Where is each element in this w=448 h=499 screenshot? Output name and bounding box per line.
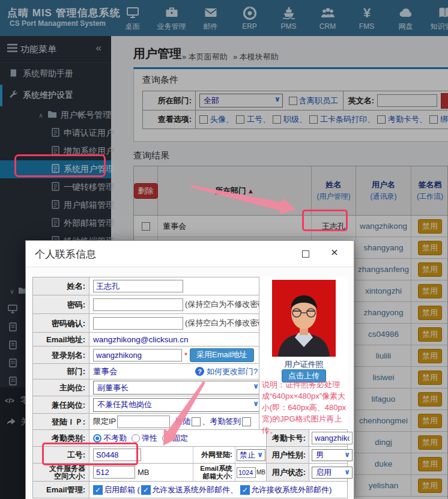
ip-login-label: 登陆 (175, 416, 190, 427)
chevron-down-icon: ∨ (344, 450, 350, 459)
photo-cell: 用户证件照 点击上传 说明：证件照务必处理成“640px×480px”像素大小(… (259, 277, 348, 430)
password-input[interactable] (93, 298, 183, 311)
main-post-label: 主岗位: (33, 380, 89, 396)
alias-input[interactable] (93, 349, 182, 361)
allow-recv-external-checkbox[interactable]: ✓ (240, 485, 250, 495)
help-question-icon[interactable]: ? (195, 367, 204, 376)
email-label: Email地址: (33, 333, 89, 346)
user-status-select[interactable]: 启用∨ (312, 467, 353, 479)
empno-input[interactable] (93, 449, 141, 461)
photo-note: 说明：证件照务必处理成“640px×480px”像素大小(即：640px高、48… (262, 379, 347, 436)
ip-attend-checkbox[interactable] (242, 417, 251, 426)
field-row-empno: 工号: 外网登陆: 禁止∨ 用户性别: 男∨ (32, 447, 348, 464)
attend-flex-label: 弹性 (142, 433, 157, 444)
ip-login-checkbox[interactable] (192, 417, 201, 426)
field-row-mail-mgmt: Email管理: ✓ 启用邮箱 ( ✓ 允许发送系统外部邮件、 ✓ 允许接收系统… (32, 482, 348, 498)
extra-post-label: 兼任岗位: (33, 396, 89, 413)
allow-send-external-checkbox[interactable]: ✓ (141, 485, 151, 495)
fileserver-unit: MB (138, 468, 150, 477)
attend-flex-radio[interactable] (132, 434, 140, 443)
dept-label: 部门: (33, 364, 89, 379)
required-asterisk: * (184, 351, 187, 360)
use-email-button[interactable]: 采用Email地址 (190, 348, 254, 362)
allow-send-external-label: 允许发送系统外部邮件、 (152, 485, 238, 495)
ip-attend-label: 、考勤签到 (202, 416, 241, 427)
close-icon[interactable]: × (331, 245, 338, 259)
modal-title: 个人联系信息 (35, 247, 96, 261)
gender-label: 用户性别: (266, 447, 309, 463)
extranet-select[interactable]: 禁止∨ (237, 449, 265, 461)
attend-fixed-label: 固定 (172, 433, 188, 444)
mailsize-label: Email系统 (200, 465, 232, 473)
name-input[interactable] (93, 280, 183, 292)
change-dept-help-link[interactable]: 如何更改部门? (207, 366, 258, 377)
personal-contact-modal: 个人联系信息 × 姓名: 密码: (保持空白为不修改密码) 密码确认: (保持空… (25, 240, 354, 499)
attend-none-radio[interactable] (93, 434, 101, 443)
chevron-down-icon: ∨ (253, 382, 259, 390)
fileserver-label: 文件服务器 (49, 465, 85, 473)
attend-type-label: 考勤类别: (33, 430, 89, 446)
user-id-photo (272, 280, 336, 357)
extranet-label: 外网登陆: (193, 447, 235, 463)
extra-post-select[interactable]: 不兼任其他岗位∨ (93, 398, 261, 412)
app-window: 点晴 MIS 管理信息系统 CS Port Managment System 桌… (0, 0, 448, 499)
password-confirm-label: 密码确认: (33, 314, 89, 332)
enable-mailbox-checkbox[interactable]: ✓ (93, 485, 103, 495)
enable-mailbox-label: 启用邮箱 ( (104, 485, 140, 495)
user-status-label: 用户状态: (266, 464, 309, 481)
mailsize-input[interactable] (237, 467, 256, 478)
attend-none-label: 不考勤 (103, 433, 127, 444)
chevron-down-icon: ∨ (257, 450, 263, 459)
password-confirm-input[interactable] (93, 317, 183, 330)
mail-mgmt-label: Email管理: (33, 482, 89, 498)
password-label: 密码: (33, 295, 89, 313)
ip-limit-input[interactable] (117, 416, 170, 428)
maximize-icon[interactable] (302, 250, 309, 258)
password-hint: (保持空白为不修改密码) (185, 299, 268, 310)
name-label: 姓名: (33, 277, 89, 295)
chevron-down-icon: ∨ (344, 468, 350, 476)
alias-label: 登录别名: (33, 346, 89, 363)
ip-limit-label: 限定IP (93, 416, 116, 427)
modal-titlebar: 个人联系信息 × (26, 241, 354, 267)
password-confirm-hint: (保持空白为不修改密码) (185, 318, 268, 328)
dept-value: 董事会 (89, 364, 118, 379)
login-ip-label: 登陆ＩＰ: (33, 414, 89, 429)
main-post-select[interactable]: 副董事长∨ (93, 381, 261, 395)
empno-label: 工号: (33, 447, 89, 463)
field-row-fileserver: 文件服务器 空间大小: MB Email系统 邮箱大小: MB 用户状态: 启用… (32, 464, 348, 482)
fileserver-size-input[interactable] (93, 466, 135, 479)
chevron-down-icon: ∨ (253, 399, 259, 408)
mailsize-unit: MB (256, 469, 265, 476)
allow-recv-external-label: 允许接收系统外部邮件) (251, 485, 331, 495)
gender-select[interactable]: 男∨ (312, 449, 353, 461)
email-value: wangzhikong@clicksun.cn (89, 333, 189, 346)
attend-fixed-radio[interactable] (162, 434, 171, 443)
photo-caption: 用户证件照 (259, 359, 348, 370)
